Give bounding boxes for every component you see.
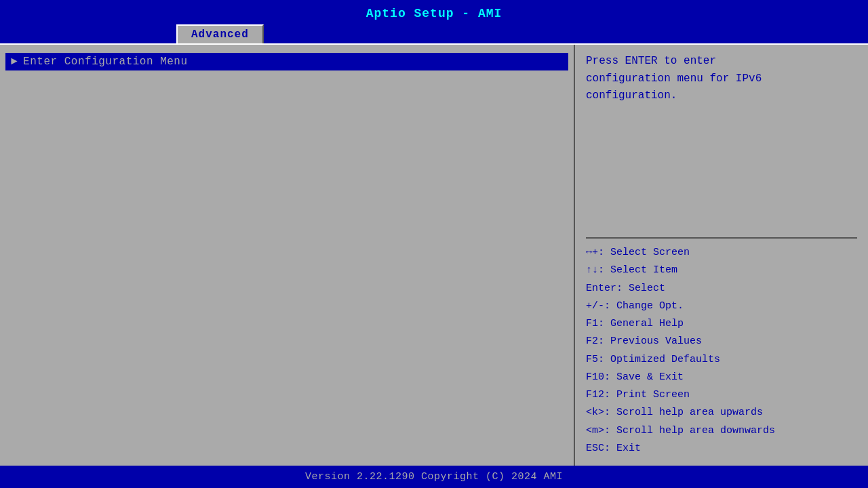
key-help-line-10: <m>: Scroll help area downwards [586,422,857,440]
key-help-line-4: F1: General Help [586,315,857,333]
help-line-2: configuration menu for IPv6 [586,70,857,88]
key-help-line-11: ESC: Exit [586,440,857,458]
tab-advanced-label: Advanced [191,28,249,41]
right-panel: Press ENTER to enter configuration menu … [575,45,868,466]
panel-divider [586,237,857,239]
key-help-line-8: F12: Print Screen [586,386,857,404]
status-bar: Version 2.22.1290 Copyright (C) 2024 AMI [0,466,868,488]
key-help-line-5: F2: Previous Values [586,333,857,350]
menu-arrow-icon: ► [11,56,18,68]
menu-item-label: Enter Configuration Menu [23,56,187,68]
menu-item-enter-config[interactable]: ► Enter Configuration Menu [5,53,568,70]
version-text: Version 2.22.1290 Copyright (C) 2024 AMI [305,471,563,483]
key-help: ↔+: Select Screen↑↓: Select ItemEnter: S… [586,244,857,458]
key-help-line-6: F5: Optimized Defaults [586,351,857,369]
help-line-1: Press ENTER to enter [586,53,857,70]
app-title: Aptio Setup - AMI [366,7,502,20]
key-help-line-1: ↑↓: Select Item [586,262,857,279]
key-help-line-9: <k>: Scroll help area upwards [586,404,857,422]
key-help-line-7: F10: Save & Exit [586,369,857,386]
key-help-line-2: Enter: Select [586,280,857,298]
main-content: ► Enter Configuration Menu Press ENTER t… [0,43,868,466]
help-line-3: configuration. [586,87,857,105]
tab-advanced[interactable]: Advanced [176,24,264,43]
tab-bar: Advanced [0,24,868,43]
key-help-line-3: +/-: Change Opt. [586,298,857,315]
key-help-line-0: ↔+: Select Screen [586,244,857,262]
title-bar: Aptio Setup - AMI [0,0,868,24]
help-text: Press ENTER to enter configuration menu … [586,53,857,232]
left-panel: ► Enter Configuration Menu [0,45,575,466]
